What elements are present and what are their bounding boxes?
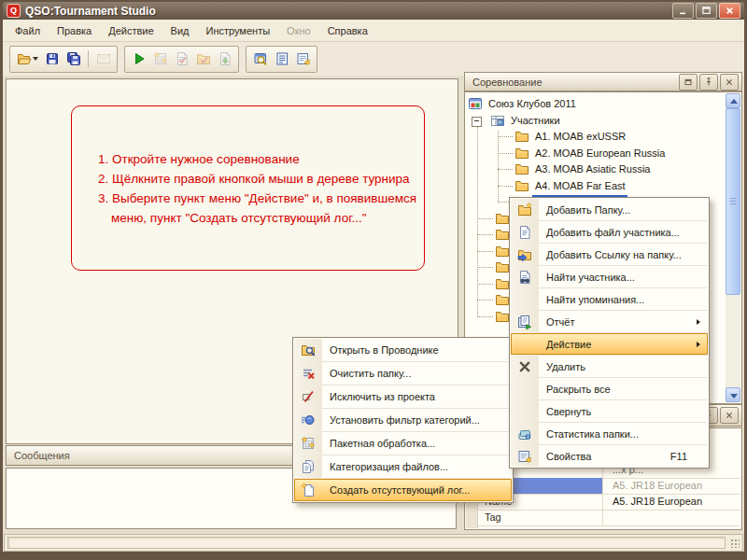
minimize-button[interactable]: [672, 3, 694, 19]
tree-item-union-clubs-2011[interactable]: Союз Клубов 2011: [466, 96, 726, 112]
context-menu-item-expand-all[interactable]: Раскрыть все: [511, 378, 708, 399]
folder-icon: [514, 178, 529, 193]
context-menu-item-report[interactable]: Отчёт: [511, 311, 708, 332]
context-menu-item-properties[interactable]: СвойстваF11: [511, 445, 708, 467]
tree-connector: [477, 316, 493, 317]
close-icon: [724, 5, 736, 17]
project-icon: [468, 96, 483, 111]
toolbar-group-3: [246, 46, 317, 73]
property-row-hidden-1[interactable]: A5. JR18 European: [477, 478, 740, 495]
delete-x-icon: [511, 359, 539, 374]
submenu-item-clear-folder[interactable]: Очистить папку...: [294, 362, 512, 385]
filter-icon: [294, 413, 322, 427]
scroll-up-button[interactable]: [726, 93, 740, 108]
tree-scrollbar[interactable]: [726, 93, 740, 402]
context-menu-item-collapse[interactable]: Свернуть: [511, 400, 708, 422]
menu-item-label: Удалить: [539, 361, 708, 372]
edit-properties-button[interactable]: [292, 49, 314, 70]
find-in-files-button[interactable]: [249, 49, 271, 70]
menubar-item-view[interactable]: Вид: [162, 21, 198, 41]
context-menu-item-add-participant-file[interactable]: Добавить файл участника...: [511, 221, 708, 243]
clear-folder-icon: [294, 366, 322, 381]
folder-icon: [495, 211, 510, 226]
menu-item-label: Исключить из проекта: [322, 391, 512, 402]
run-button[interactable]: [128, 49, 149, 70]
titlebar[interactable]: Q QSO:Tournament Studio: [3, 2, 744, 20]
run-icon: [132, 51, 147, 66]
tree-connector: [477, 284, 493, 285]
open-button[interactable]: [13, 49, 35, 70]
menu-item-label: Найти упоминания...: [539, 294, 708, 305]
toolbar-separator: [88, 50, 89, 67]
folder-icon: [495, 244, 510, 259]
edit-properties-icon: [511, 449, 539, 464]
exclude-icon: [294, 389, 322, 404]
property-row-Tag[interactable]: Tag: [477, 510, 740, 526]
submenu-item-open-in-explorer[interactable]: Открыть в Проводнике: [294, 339, 512, 361]
menubar-item-tools[interactable]: Инструменты: [197, 21, 278, 41]
panel-close-button[interactable]: [720, 74, 739, 91]
maximize-icon: [700, 5, 712, 17]
folder-icon: [495, 227, 510, 242]
mail-icon: [96, 51, 111, 66]
pin-icon: [703, 77, 714, 88]
dropdown-caret-icon[interactable]: [33, 57, 38, 61]
import-doc-button: [214, 49, 235, 70]
submenu-item-batch-processing[interactable]: Пакетная обработка...: [294, 432, 512, 455]
menubar-item-edit[interactable]: Правка: [49, 21, 100, 41]
panel-close-button[interactable]: [720, 407, 739, 424]
menu-item-label: Установить фильтр категорий...: [322, 414, 512, 426]
folder-icon: [495, 244, 510, 259]
tree-context-menu: Добавить Папку...Добавить файл участника…: [509, 197, 710, 469]
folder-icon: [495, 259, 510, 274]
panel-restore-button[interactable]: [679, 74, 698, 91]
submenu-item-categorize-files[interactable]: Категоризация файлов...: [294, 455, 512, 478]
property-row-Name[interactable]: NameA5. JR18 European: [477, 494, 740, 511]
folder-icon: [495, 292, 510, 307]
messages-panel-title: Сообщения: [14, 450, 70, 461]
tree-expander-minus[interactable]: [472, 117, 482, 127]
context-menu-item-delete[interactable]: Удалить: [511, 356, 708, 377]
save-all-button[interactable]: [63, 49, 84, 70]
folder-icon: [514, 161, 529, 176]
context-menu-item-add-folder[interactable]: Добавить Папку...: [511, 199, 708, 220]
folder-check-icon: [196, 51, 211, 66]
submenu-item-set-category-filter[interactable]: Установить фильтр категорий...: [294, 409, 512, 431]
scroll-down-button[interactable]: [726, 387, 740, 402]
tree-connector: [498, 136, 513, 137]
save-button[interactable]: [41, 49, 63, 70]
menu-item-label: Свойства: [539, 451, 670, 462]
context-menu-item-action[interactable]: Действие: [511, 333, 708, 355]
add-file-icon: [511, 225, 539, 240]
panel-pin-button[interactable]: [699, 74, 718, 91]
context-menu-item-find-participant[interactable]: Найти участника...: [511, 266, 708, 287]
submenu-item-create-missing-log[interactable]: Создать отсутствующий лог...: [294, 479, 512, 501]
find-participant-icon: [511, 270, 539, 285]
menu-item-label: Создать отсутствующий лог...: [322, 484, 512, 496]
maximize-button[interactable]: [696, 3, 717, 19]
menubar-item-help[interactable]: Справка: [319, 21, 376, 41]
tree-item-participants[interactable]: Участники: [466, 113, 726, 129]
menu-item-label: Раскрыть все: [539, 384, 708, 395]
arrow-down-icon: [730, 394, 738, 399]
folder-icon: [495, 309, 510, 324]
menu-item-label: Добавить Ссылку на папку...: [539, 249, 708, 260]
folder-icon: [495, 276, 510, 291]
folder-icon: [514, 129, 529, 144]
close-button[interactable]: [719, 3, 740, 19]
menubar-item-action[interactable]: Действие: [100, 21, 162, 41]
arrow-up-icon: [730, 99, 738, 104]
submenu-item-exclude-from-project[interactable]: Исключить из проекта: [294, 385, 512, 408]
context-menu-item-find-mentions[interactable]: Найти упоминания...: [511, 288, 708, 310]
folder-icon: [495, 211, 510, 226]
report-view-button[interactable]: [271, 49, 292, 70]
resize-grip[interactable]: [730, 539, 740, 548]
scrollbar-thumb[interactable]: [726, 108, 740, 295]
context-menu-item-add-folder-link[interactable]: Добавить Ссылку на папку...: [511, 244, 708, 265]
folder-icon: [495, 276, 510, 291]
menu-item-label: Отчёт: [539, 316, 697, 328]
context-menu-item-folder-statistics[interactable]: Статистика папки...: [511, 423, 708, 444]
add-file-icon: [517, 225, 532, 240]
clear-folder-icon: [301, 366, 316, 381]
menubar-item-file[interactable]: Файл: [7, 21, 49, 41]
